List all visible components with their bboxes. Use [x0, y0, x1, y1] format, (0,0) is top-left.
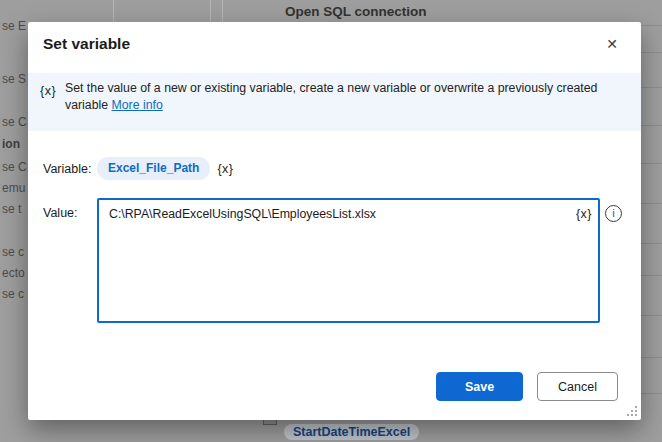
bg-row-divider: [641, 25, 662, 26]
bg-row-divider: [641, 52, 662, 53]
bg-text-fragment: se c: [2, 245, 24, 259]
bg-row-divider: [641, 393, 662, 394]
fx-variable-icon: {x}: [40, 84, 56, 98]
bg-column-divider: [222, 0, 223, 22]
bg-column-divider: [210, 0, 211, 22]
bg-row-divider: [641, 275, 662, 276]
variable-name-chip[interactable]: Excel_File_Path: [97, 157, 210, 180]
value-label: Value:: [43, 206, 78, 220]
banner-description: Set the value of a new or existing varia…: [65, 80, 628, 114]
bg-text-fragment: se S: [2, 72, 26, 86]
bg-row-divider: [641, 163, 662, 164]
close-icon[interactable]: ✕: [601, 33, 623, 55]
cancel-button[interactable]: Cancel: [537, 372, 618, 401]
bg-text-fragment: se c: [2, 287, 24, 301]
bg-row-divider: [641, 87, 662, 88]
fx-variable-icon: {x}: [217, 162, 233, 176]
bg-text-fragment: se C: [2, 115, 27, 129]
bg-text-fragment: se E: [2, 19, 26, 33]
save-button[interactable]: Save: [436, 372, 523, 401]
bg-text-fragment: ion: [2, 137, 20, 151]
bg-text-fragment: se C: [2, 160, 27, 174]
more-info-link[interactable]: More info: [112, 98, 163, 112]
variable-row: Variable: Excel_File_Path {x}: [43, 157, 234, 180]
bg-text-fragment: se t: [2, 202, 21, 216]
variable-label: Variable:: [43, 162, 97, 176]
bg-text-fragment: ecto: [2, 266, 25, 280]
info-icon[interactable]: i: [605, 205, 622, 222]
bg-row-divider: [641, 243, 662, 244]
dialog-title: Set variable: [43, 35, 130, 53]
info-banner: {x} Set the value of a new or existing v…: [28, 73, 641, 131]
fx-picker-icon[interactable]: {x}: [576, 207, 592, 221]
bg-variable-pill-startdatetimeexcel: StartDateTimeExcel: [284, 424, 419, 440]
screen: Open SQL connection se E se S se C ion s…: [0, 0, 662, 442]
resize-grip[interactable]: [625, 404, 637, 416]
bg-row-divider: [641, 203, 662, 204]
value-input[interactable]: C:\RPA\ReadExcelUsingSQL\EmployeesList.x…: [99, 200, 598, 321]
set-variable-dialog: Set variable ✕ {x} Set the value of a ne…: [28, 22, 641, 420]
bg-dialog-header-open-sql-connection: Open SQL connection: [285, 4, 427, 19]
bg-row-divider: [641, 315, 662, 316]
bg-row-divider: [641, 125, 662, 126]
value-input-box: C:\RPA\ReadExcelUsingSQL\EmployeesList.x…: [97, 198, 600, 323]
bg-row-divider: [641, 357, 662, 358]
bg-column-divider: [113, 0, 114, 22]
bg-text-fragment: emu: [2, 181, 25, 195]
